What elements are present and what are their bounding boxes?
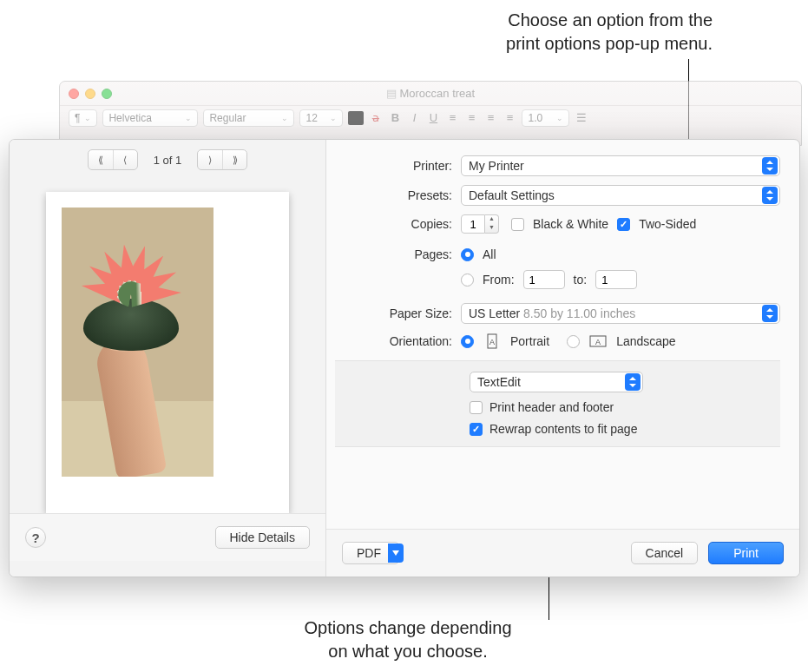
presets-label: Presets: <box>335 188 461 202</box>
paper-size-label: Paper Size: <box>335 306 461 320</box>
pdf-menu-button[interactable]: PDF <box>342 542 399 564</box>
portrait-icon: A <box>483 333 502 350</box>
pages-from-input[interactable] <box>523 270 565 289</box>
presets-select[interactable]: Default Settings <box>461 185 780 206</box>
pages-to-label: to: <box>574 273 588 287</box>
preview-prev-page-button[interactable]: ⟨ <box>113 150 137 169</box>
preview-prev-group: ⟪ ⟨ <box>88 149 138 170</box>
pages-label: Pages: <box>335 247 461 261</box>
document-image <box>62 208 213 477</box>
orientation-portrait-radio[interactable] <box>461 335 474 348</box>
color-well[interactable] <box>348 111 364 125</box>
copies-label: Copies: <box>335 217 461 231</box>
strikethrough-icon[interactable]: a̶ <box>369 110 383 126</box>
bold-button[interactable]: B <box>388 110 402 126</box>
chevron-down-icon <box>388 544 404 563</box>
pages-to-input[interactable] <box>595 270 637 289</box>
portrait-label: Portrait <box>510 334 549 348</box>
print-button[interactable]: Print <box>708 542 784 564</box>
callout-bottom: Options change depending on what you cho… <box>243 616 573 663</box>
black-white-label: Black & White <box>533 217 608 231</box>
page-counter: 1 of 1 <box>154 154 182 167</box>
black-white-checkbox[interactable] <box>511 218 524 231</box>
print-dialog: ⟪ ⟨ 1 of 1 ⟩ ⟫ <box>9 139 800 577</box>
two-sided-checkbox[interactable] <box>617 218 630 231</box>
align-right-icon[interactable]: ≡ <box>483 110 497 126</box>
window-title: ▤ Moroccan treat <box>60 87 801 100</box>
landscape-icon: A <box>588 333 608 350</box>
font-weight-select[interactable]: Regular⌄ <box>203 109 294 127</box>
paragraph-style-select[interactable]: ¶⌄ <box>69 109 97 127</box>
font-size-select[interactable]: 12⌄ <box>299 109 343 127</box>
preview-next-group: ⟩ ⟫ <box>197 149 247 170</box>
preview-last-page-button[interactable]: ⟫ <box>222 150 246 169</box>
callout-top: Choose an option from the print options … <box>506 9 713 56</box>
font-family-select[interactable]: Helvetica⌄ <box>102 109 198 127</box>
italic-button[interactable]: I <box>407 110 421 126</box>
help-button[interactable]: ? <box>25 527 46 548</box>
rewrap-contents-label: Rewrap contents to fit page <box>489 422 637 436</box>
copies-stepper[interactable]: ▲▼ <box>461 214 503 234</box>
print-header-footer-label: Print header and footer <box>489 400 614 414</box>
pages-all-radio[interactable] <box>461 248 474 261</box>
chevron-updown-icon <box>762 305 778 322</box>
line-spacing-select[interactable]: 1.0⌄ <box>522 109 569 127</box>
svg-text:A: A <box>595 338 601 346</box>
rewrap-contents-checkbox[interactable] <box>470 423 483 436</box>
chevron-updown-icon <box>625 373 640 391</box>
preview-first-page-button[interactable]: ⟪ <box>89 150 113 169</box>
document-window: ▤ Moroccan treat ¶⌄ Helvetica⌄ Regular⌄ … <box>59 81 802 146</box>
copies-input[interactable] <box>461 214 485 234</box>
align-justify-icon[interactable]: ≡ <box>503 110 516 126</box>
svg-text:A: A <box>489 338 495 346</box>
list-button[interactable]: ☰ <box>575 110 588 126</box>
page-preview <box>46 192 289 513</box>
chevron-updown-icon <box>762 157 778 175</box>
print-header-footer-checkbox[interactable] <box>470 401 483 414</box>
preview-next-page-button[interactable]: ⟩ <box>198 150 222 169</box>
align-center-icon[interactable]: ≡ <box>464 110 478 126</box>
paper-size-select[interactable]: US Letter 8.50 by 11.00 inches <box>461 303 780 324</box>
two-sided-label: Two-Sided <box>639 217 696 231</box>
hide-details-button[interactable]: Hide Details <box>215 526 310 549</box>
orientation-landscape-radio[interactable] <box>567 335 580 348</box>
printer-label: Printer: <box>335 159 461 173</box>
chevron-updown-icon <box>762 187 778 204</box>
cancel-button[interactable]: Cancel <box>631 542 699 564</box>
print-options-popup[interactable]: TextEdit <box>470 372 643 392</box>
pages-range-radio[interactable] <box>461 273 474 287</box>
printer-select[interactable]: My Printer <box>461 155 780 176</box>
pages-from-label: From: <box>483 273 515 287</box>
underline-button[interactable]: U <box>426 110 440 126</box>
pages-all-label: All <box>483 247 496 261</box>
align-left-icon[interactable]: ≡ <box>445 110 459 126</box>
landscape-label: Landscape <box>616 334 676 348</box>
orientation-label: Orientation: <box>335 334 461 348</box>
